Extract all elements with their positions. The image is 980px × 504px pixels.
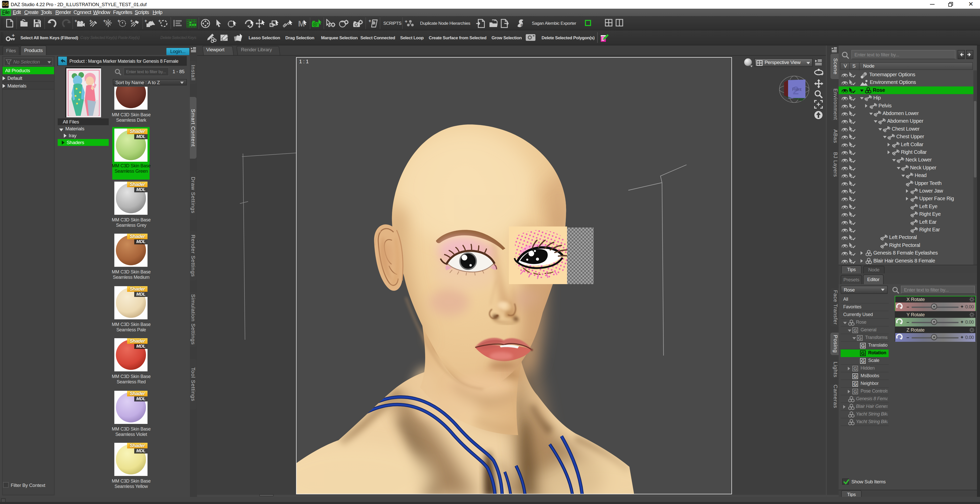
svg-text:+: + bbox=[369, 19, 371, 24]
svg-text:P: P bbox=[520, 23, 523, 27]
svg-text:+: + bbox=[12, 33, 14, 38]
svg-text:+: + bbox=[75, 19, 77, 24]
svg-text:+: + bbox=[405, 19, 407, 24]
svg-text:+: + bbox=[130, 19, 133, 24]
svg-text:Front: Front bbox=[792, 87, 802, 92]
svg-text:+: + bbox=[145, 19, 147, 24]
